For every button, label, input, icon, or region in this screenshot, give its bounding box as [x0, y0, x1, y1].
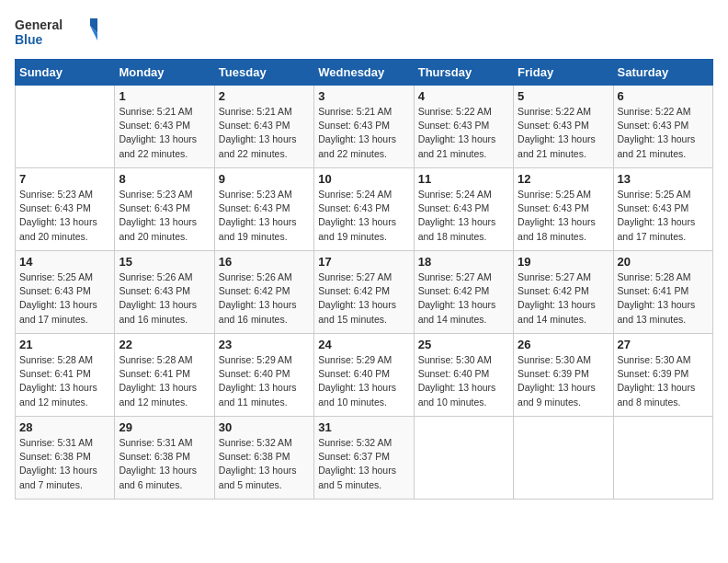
calendar-cell: 21Sunrise: 5:28 AM Sunset: 6:41 PM Dayli…	[16, 334, 115, 417]
calendar-cell: 14Sunrise: 5:25 AM Sunset: 6:43 PM Dayli…	[16, 251, 115, 334]
calendar-header-row: SundayMondayTuesdayWednesdayThursdayFrid…	[16, 60, 713, 86]
day-info: Sunrise: 5:32 AM Sunset: 6:37 PM Dayligh…	[318, 436, 409, 492]
calendar-cell: 22Sunrise: 5:28 AM Sunset: 6:41 PM Dayli…	[115, 334, 214, 417]
calendar-cell: 27Sunrise: 5:30 AM Sunset: 6:39 PM Dayli…	[613, 334, 712, 417]
calendar-week-row: 28Sunrise: 5:31 AM Sunset: 6:38 PM Dayli…	[16, 417, 713, 500]
calendar-header-wednesday: Wednesday	[314, 60, 414, 86]
calendar-cell: 3Sunrise: 5:21 AM Sunset: 6:43 PM Daylig…	[314, 86, 414, 168]
calendar-header-friday: Friday	[514, 60, 613, 86]
day-number: 9	[219, 172, 310, 186]
logo-svg: General Blue	[15, 15, 97, 52]
day-info: Sunrise: 5:25 AM Sunset: 6:43 PM Dayligh…	[19, 270, 110, 327]
day-number: 23	[219, 338, 310, 351]
day-number: 27	[618, 338, 709, 351]
day-number: 25	[418, 338, 509, 351]
calendar-cell: 30Sunrise: 5:32 AM Sunset: 6:38 PM Dayli…	[214, 417, 313, 500]
calendar-cell	[514, 417, 613, 500]
calendar-week-row: 1Sunrise: 5:21 AM Sunset: 6:43 PM Daylig…	[16, 86, 713, 168]
day-number: 26	[518, 338, 609, 351]
calendar-header-sunday: Sunday	[16, 60, 115, 86]
day-number: 21	[19, 338, 110, 351]
day-number: 30	[219, 420, 310, 434]
day-number: 29	[119, 420, 210, 434]
day-info: Sunrise: 5:27 AM Sunset: 6:42 PM Dayligh…	[418, 270, 509, 327]
calendar-cell: 1Sunrise: 5:21 AM Sunset: 6:43 PM Daylig…	[115, 86, 214, 168]
day-info: Sunrise: 5:21 AM Sunset: 6:43 PM Dayligh…	[219, 105, 310, 161]
calendar-cell: 5Sunrise: 5:22 AM Sunset: 6:43 PM Daylig…	[514, 86, 613, 168]
day-number: 13	[618, 172, 709, 186]
day-number: 19	[518, 255, 609, 269]
calendar-cell: 20Sunrise: 5:28 AM Sunset: 6:41 PM Dayli…	[613, 251, 712, 334]
calendar-cell: 6Sunrise: 5:22 AM Sunset: 6:43 PM Daylig…	[613, 86, 712, 168]
day-number: 24	[318, 338, 409, 351]
day-info: Sunrise: 5:31 AM Sunset: 6:38 PM Dayligh…	[119, 436, 210, 492]
day-number: 28	[19, 420, 110, 434]
calendar-cell: 18Sunrise: 5:27 AM Sunset: 6:42 PM Dayli…	[414, 251, 513, 334]
day-info: Sunrise: 5:23 AM Sunset: 6:43 PM Dayligh…	[119, 188, 210, 244]
day-info: Sunrise: 5:25 AM Sunset: 6:43 PM Dayligh…	[518, 188, 609, 244]
day-info: Sunrise: 5:32 AM Sunset: 6:38 PM Dayligh…	[219, 436, 310, 492]
calendar-cell: 2Sunrise: 5:21 AM Sunset: 6:43 PM Daylig…	[214, 86, 313, 168]
day-info: Sunrise: 5:25 AM Sunset: 6:43 PM Dayligh…	[618, 188, 709, 244]
page-header: General Blue	[15, 15, 713, 52]
calendar-cell: 29Sunrise: 5:31 AM Sunset: 6:38 PM Dayli…	[115, 417, 214, 500]
calendar-cell: 28Sunrise: 5:31 AM Sunset: 6:38 PM Dayli…	[16, 417, 115, 500]
calendar-cell: 25Sunrise: 5:30 AM Sunset: 6:40 PM Dayli…	[414, 334, 513, 417]
calendar-header-monday: Monday	[115, 60, 214, 86]
day-info: Sunrise: 5:26 AM Sunset: 6:43 PM Dayligh…	[119, 270, 210, 327]
calendar-table: SundayMondayTuesdayWednesdayThursdayFrid…	[15, 59, 713, 500]
day-number: 11	[418, 172, 509, 186]
day-info: Sunrise: 5:21 AM Sunset: 6:43 PM Dayligh…	[119, 105, 210, 161]
calendar-cell	[414, 417, 513, 500]
calendar-header-saturday: Saturday	[613, 60, 712, 86]
day-info: Sunrise: 5:28 AM Sunset: 6:41 PM Dayligh…	[119, 353, 210, 409]
calendar-cell	[16, 86, 115, 168]
svg-text:Blue: Blue	[15, 32, 43, 47]
calendar-cell	[613, 417, 712, 500]
day-number: 5	[518, 89, 609, 103]
calendar-cell: 26Sunrise: 5:30 AM Sunset: 6:39 PM Dayli…	[514, 334, 613, 417]
day-number: 4	[418, 89, 509, 103]
calendar-cell: 4Sunrise: 5:22 AM Sunset: 6:43 PM Daylig…	[414, 86, 513, 168]
day-number: 6	[618, 89, 709, 103]
calendar-week-row: 21Sunrise: 5:28 AM Sunset: 6:41 PM Dayli…	[16, 334, 713, 417]
day-info: Sunrise: 5:30 AM Sunset: 6:39 PM Dayligh…	[618, 353, 709, 409]
day-info: Sunrise: 5:27 AM Sunset: 6:42 PM Dayligh…	[318, 270, 409, 327]
day-number: 16	[219, 255, 310, 269]
day-number: 20	[618, 255, 709, 269]
calendar-header-tuesday: Tuesday	[214, 60, 313, 86]
day-info: Sunrise: 5:21 AM Sunset: 6:43 PM Dayligh…	[318, 105, 409, 161]
calendar-cell: 23Sunrise: 5:29 AM Sunset: 6:40 PM Dayli…	[214, 334, 313, 417]
day-info: Sunrise: 5:30 AM Sunset: 6:39 PM Dayligh…	[518, 353, 609, 409]
calendar-week-row: 7Sunrise: 5:23 AM Sunset: 6:43 PM Daylig…	[16, 168, 713, 251]
day-number: 17	[318, 255, 409, 269]
day-info: Sunrise: 5:28 AM Sunset: 6:41 PM Dayligh…	[618, 270, 709, 327]
day-info: Sunrise: 5:29 AM Sunset: 6:40 PM Dayligh…	[318, 353, 409, 409]
calendar-cell: 7Sunrise: 5:23 AM Sunset: 6:43 PM Daylig…	[16, 168, 115, 251]
calendar-cell: 19Sunrise: 5:27 AM Sunset: 6:42 PM Dayli…	[514, 251, 613, 334]
day-number: 1	[119, 89, 210, 103]
day-info: Sunrise: 5:24 AM Sunset: 6:43 PM Dayligh…	[418, 188, 509, 244]
day-number: 10	[318, 172, 409, 186]
calendar-cell: 24Sunrise: 5:29 AM Sunset: 6:40 PM Dayli…	[314, 334, 414, 417]
calendar-cell: 17Sunrise: 5:27 AM Sunset: 6:42 PM Dayli…	[314, 251, 414, 334]
calendar-cell: 16Sunrise: 5:26 AM Sunset: 6:42 PM Dayli…	[214, 251, 313, 334]
day-info: Sunrise: 5:22 AM Sunset: 6:43 PM Dayligh…	[518, 105, 609, 161]
calendar-cell: 10Sunrise: 5:24 AM Sunset: 6:43 PM Dayli…	[314, 168, 414, 251]
logo: General Blue	[15, 15, 97, 52]
day-number: 14	[19, 255, 110, 269]
day-info: Sunrise: 5:23 AM Sunset: 6:43 PM Dayligh…	[19, 188, 110, 244]
day-number: 3	[318, 89, 409, 103]
day-info: Sunrise: 5:22 AM Sunset: 6:43 PM Dayligh…	[618, 105, 709, 161]
calendar-header-thursday: Thursday	[414, 60, 513, 86]
day-number: 18	[418, 255, 509, 269]
day-number: 2	[219, 89, 310, 103]
day-number: 31	[318, 420, 409, 434]
day-info: Sunrise: 5:24 AM Sunset: 6:43 PM Dayligh…	[318, 188, 409, 244]
day-number: 8	[119, 172, 210, 186]
day-info: Sunrise: 5:23 AM Sunset: 6:43 PM Dayligh…	[219, 188, 310, 244]
svg-text:General: General	[15, 17, 63, 32]
day-info: Sunrise: 5:31 AM Sunset: 6:38 PM Dayligh…	[19, 436, 110, 492]
calendar-cell: 11Sunrise: 5:24 AM Sunset: 6:43 PM Dayli…	[414, 168, 513, 251]
calendar-cell: 8Sunrise: 5:23 AM Sunset: 6:43 PM Daylig…	[115, 168, 214, 251]
